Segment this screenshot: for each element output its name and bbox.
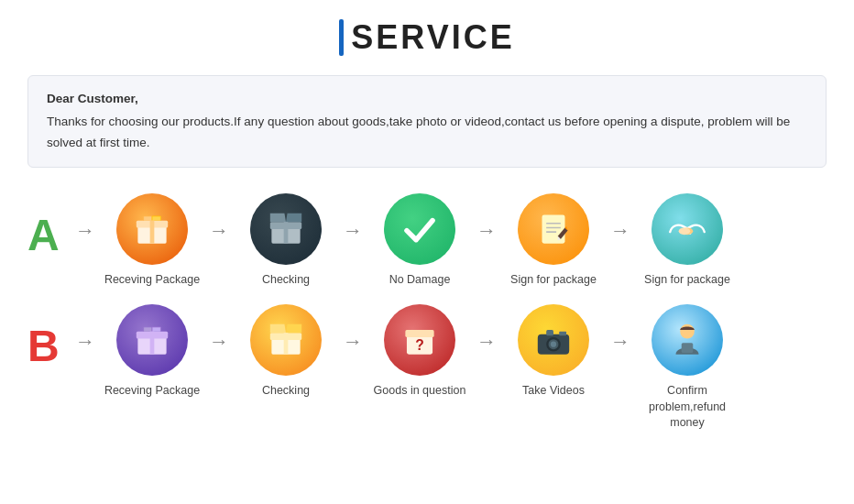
flow-a-section: A → Receving Package → <box>27 193 827 289</box>
flow-b-label: B <box>27 321 64 371</box>
arrow-b3: → <box>475 330 498 354</box>
title-bar <box>339 19 344 56</box>
flow-a-step-5-label: Sign for package <box>644 272 730 289</box>
flow-a-step-3-label: No Damage <box>389 272 451 289</box>
arrow-a1: → <box>207 219 231 243</box>
flow-b-step-3-label: Goods in question <box>374 383 466 400</box>
icon-handshake-blue <box>651 193 723 265</box>
svg-point-27 <box>680 324 695 339</box>
svg-rect-2 <box>150 220 155 243</box>
notice-body: Thanks for choosing our products.If any … <box>47 112 807 154</box>
flow-a-step-1: Receving Package <box>97 193 207 289</box>
title-area: SERVICE <box>339 18 514 57</box>
flow-b-items: → Receving Package → <box>73 304 827 432</box>
arrow-b0: → <box>73 330 97 354</box>
arrow-a2: → <box>341 219 365 243</box>
flow-b-step-5: Confirm problem,refund money <box>632 304 742 432</box>
notice-greeting: Dear Customer, <box>47 89 807 110</box>
arrow-a0: → <box>73 219 97 243</box>
arrow-b2: → <box>341 330 365 354</box>
svg-rect-5 <box>284 222 289 243</box>
icon-box-orange <box>116 193 188 265</box>
icon-box-gold <box>250 304 322 376</box>
icon-camera-yellow <box>518 304 589 376</box>
icon-box-dark <box>250 193 322 265</box>
icon-box-purple <box>116 304 188 376</box>
svg-rect-25 <box>546 330 553 335</box>
page-title: SERVICE <box>351 18 514 57</box>
svg-rect-17 <box>284 334 289 355</box>
flow-b-step-4: Take Videos <box>498 304 608 400</box>
flow-b-step-5-label: Confirm problem,refund money <box>637 383 738 432</box>
svg-rect-6 <box>542 214 565 243</box>
arrow-b4: → <box>608 330 632 354</box>
icon-person-blue <box>651 304 723 376</box>
flow-b-step-2: Checking <box>231 304 341 400</box>
svg-text:?: ? <box>415 337 424 353</box>
svg-rect-14 <box>150 332 155 355</box>
flow-a-label: A <box>27 210 64 260</box>
svg-rect-26 <box>559 332 566 336</box>
flow-a-step-2: Checking <box>231 193 341 289</box>
svg-rect-28 <box>682 343 694 353</box>
svg-point-11 <box>679 227 691 235</box>
flow-a-step-1-label: Receving Package <box>104 272 200 289</box>
flow-a-step-2-label: Checking <box>262 272 310 289</box>
arrow-a4: → <box>608 219 632 243</box>
flow-a-items: → Receving Package → <box>73 193 827 289</box>
svg-point-24 <box>551 342 556 347</box>
flow-b-step-2-label: Checking <box>262 383 310 400</box>
flow-b-step-1-label: Receving Package <box>104 383 200 400</box>
flow-a-step-5: Sign for package <box>632 193 742 289</box>
flow-b-section: B → Receving Package → <box>27 304 827 432</box>
flow-b-step-4-label: Take Videos <box>522 383 585 400</box>
flow-a-step-4-label: Sign for package <box>510 272 597 289</box>
flow-b-step-1: Receving Package <box>97 304 207 400</box>
icon-question-red: ? <box>384 304 455 376</box>
flow-a-step-3: No Damage <box>365 193 475 289</box>
arrow-b1: → <box>207 330 231 354</box>
flow-b-step-3: ? Goods in question <box>365 304 475 400</box>
svg-rect-19 <box>405 330 433 337</box>
arrow-a3: → <box>475 219 498 243</box>
icon-check-green <box>384 193 455 265</box>
icon-sign-orange <box>518 193 589 265</box>
flow-a-step-4: Sign for package <box>498 193 608 289</box>
notice-box: Dear Customer, Thanks for choosing our p… <box>27 75 827 168</box>
